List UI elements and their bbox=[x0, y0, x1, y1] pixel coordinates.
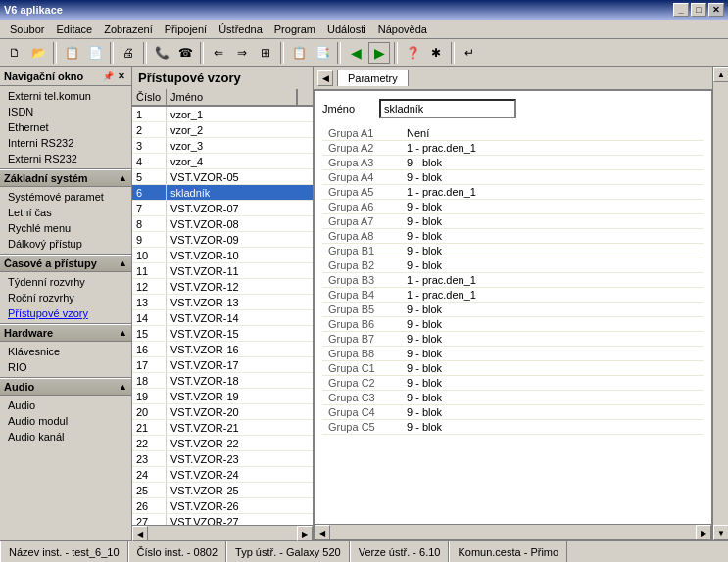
paste-button[interactable]: 📄 bbox=[84, 42, 106, 64]
list-row[interactable]: 24 VST.VZOR-24 bbox=[132, 467, 313, 483]
menu-ustredna[interactable]: Ústředna bbox=[213, 22, 268, 37]
list-row[interactable]: 12 VST.VZOR-12 bbox=[132, 279, 313, 295]
list-rows[interactable]: 1 vzor_1 2 vzor_2 3 vzor_3 4 vzor_4 5 VS… bbox=[132, 107, 313, 525]
list-row[interactable]: 7 VST.VZOR-07 bbox=[132, 201, 313, 216]
list-row[interactable]: 6 skladník bbox=[132, 185, 313, 201]
list-row[interactable]: 21 VST.VZOR-21 bbox=[132, 420, 313, 436]
list-row[interactable]: 9 VST.VZOR-09 bbox=[132, 232, 313, 248]
nav-item-audio[interactable]: Audio bbox=[0, 398, 131, 413]
nav-item-tydenni[interactable]: Týdenní rozvrhy bbox=[0, 274, 131, 290]
list-row[interactable]: 14 VST.VZOR-14 bbox=[132, 310, 313, 326]
tab-parametry[interactable]: Parametry bbox=[337, 70, 409, 86]
menu-udalosti[interactable]: Události bbox=[321, 22, 372, 37]
scroll-right-btn[interactable]: ▶ bbox=[297, 526, 313, 541]
list-row[interactable]: 1 vzor_1 bbox=[132, 107, 313, 122]
nav-item-klavesnice[interactable]: Klávesnice bbox=[0, 344, 131, 359]
detail-table-row[interactable]: Grupa A3 9 - blok bbox=[322, 156, 704, 170]
nav-item-int-rs232[interactable]: Interni RS232 bbox=[0, 135, 131, 151]
detail-table-row[interactable]: Grupa A8 9 - blok bbox=[322, 229, 704, 244]
detail-table-row[interactable]: Grupa A6 9 - blok bbox=[322, 200, 704, 214]
list-row[interactable]: 5 VST.VZOR-05 bbox=[132, 169, 313, 185]
detail-table-row[interactable]: Grupa A5 1 - prac.den_1 bbox=[322, 185, 704, 200]
nav-item-pristupove[interactable]: Přístupové vzory bbox=[0, 305, 131, 321]
detail-table-row[interactable]: Grupa B7 9 - blok bbox=[322, 332, 704, 347]
toolbar-btn-11[interactable]: ✱ bbox=[425, 42, 447, 64]
toolbar-btn-9[interactable]: 📋 bbox=[288, 42, 310, 64]
list-row[interactable]: 20 VST.VZOR-20 bbox=[132, 404, 313, 420]
list-row[interactable]: 17 VST.VZOR-17 bbox=[132, 357, 313, 373]
detail-table-row[interactable]: Grupa A2 1 - prac.den_1 bbox=[322, 141, 704, 156]
copy-button[interactable]: 📋 bbox=[61, 42, 82, 64]
nav-section-hardware[interactable]: Hardware ▲ bbox=[0, 324, 131, 342]
detail-table-row[interactable]: Grupa C1 9 - blok bbox=[322, 361, 704, 376]
toolbar-btn-5[interactable]: ☎ bbox=[174, 42, 196, 64]
nav-item-letni-cas[interactable]: Letní čas bbox=[0, 205, 131, 220]
detail-table-row[interactable]: Grupa B3 1 - prac.den_1 bbox=[322, 273, 704, 288]
nav-item-ext-rs232[interactable]: Externi RS232 bbox=[0, 151, 131, 166]
menu-soubor[interactable]: Soubor bbox=[4, 22, 50, 37]
nav-section-zakladni[interactable]: Základní systém ▲ bbox=[0, 169, 131, 187]
detail-table-row[interactable]: Grupa C2 9 - blok bbox=[322, 376, 704, 391]
list-row[interactable]: 11 VST.VZOR-11 bbox=[132, 263, 313, 279]
maximize-button[interactable]: □ bbox=[691, 3, 706, 17]
detail-table-row[interactable]: Grupa B2 9 - blok bbox=[322, 258, 704, 273]
detail-table-row[interactable]: Grupa B8 9 - blok bbox=[322, 347, 704, 361]
exit-button[interactable]: ↵ bbox=[459, 42, 480, 64]
list-row[interactable]: 26 VST.VZOR-26 bbox=[132, 498, 313, 514]
nav-item-ethernet[interactable]: Ethernet bbox=[0, 119, 131, 135]
list-row[interactable]: 27 VST.VZOR-27 bbox=[132, 514, 313, 525]
detail-table-row[interactable]: Grupa C5 9 - blok bbox=[322, 420, 704, 435]
scroll-up-btn[interactable]: ▲ bbox=[713, 67, 728, 82]
phone-button[interactable]: 📞 bbox=[151, 42, 172, 64]
nav-item-rio[interactable]: RIO bbox=[0, 359, 131, 375]
nav-item-sys-param[interactable]: Systémové paramet bbox=[0, 189, 131, 205]
detail-scroll-left[interactable]: ◀ bbox=[315, 525, 330, 540]
menu-program[interactable]: Program bbox=[268, 22, 321, 37]
toolbar-btn-10[interactable]: 📑 bbox=[312, 42, 333, 64]
list-row[interactable]: 10 VST.VZOR-10 bbox=[132, 248, 313, 263]
name-input[interactable] bbox=[379, 99, 516, 118]
list-row[interactable]: 16 VST.VZOR-16 bbox=[132, 342, 313, 357]
detail-scroll-right[interactable]: ▶ bbox=[696, 525, 711, 540]
list-row[interactable]: 18 VST.VZOR-18 bbox=[132, 373, 313, 389]
list-row[interactable]: 8 VST.VZOR-08 bbox=[132, 216, 313, 232]
list-row[interactable]: 3 vzor_3 bbox=[132, 138, 313, 154]
detail-table-row[interactable]: Grupa C4 9 - blok bbox=[322, 405, 704, 420]
detail-table-row[interactable]: Grupa B4 1 - prac.den_1 bbox=[322, 288, 704, 303]
detail-table-row[interactable]: Grupa B6 9 - blok bbox=[322, 317, 704, 332]
print-button[interactable]: 🖨 bbox=[118, 42, 139, 64]
list-row[interactable]: 19 VST.VZOR-19 bbox=[132, 389, 313, 404]
nav-item-audio-kanal[interactable]: Audio kanál bbox=[0, 429, 131, 445]
detail-table-row[interactable]: Grupa A7 9 - blok bbox=[322, 214, 704, 229]
nav-close-icon[interactable]: ✕ bbox=[116, 70, 127, 82]
menu-pripojeni[interactable]: Připojení bbox=[159, 22, 213, 37]
nav-item-dalkovy[interactable]: Dálkový přístup bbox=[0, 236, 131, 252]
detail-table-row[interactable]: Grupa C3 9 - blok bbox=[322, 391, 704, 405]
close-button[interactable]: ✕ bbox=[708, 3, 724, 17]
menu-editace[interactable]: Editace bbox=[50, 22, 98, 37]
help-button[interactable]: ❓ bbox=[402, 42, 423, 64]
list-row[interactable]: 15 VST.VZOR-15 bbox=[132, 326, 313, 342]
list-row[interactable]: 23 VST.VZOR-23 bbox=[132, 451, 313, 467]
detail-table-row[interactable]: Grupa A4 9 - blok bbox=[322, 170, 704, 185]
toolbar-btn-6[interactable]: ⇐ bbox=[208, 42, 229, 64]
nav-section-casove[interactable]: Časové a přístupy ▲ bbox=[0, 255, 131, 272]
nav-item-rychle-menu[interactable]: Rychlé menu bbox=[0, 220, 131, 236]
toolbar-btn-7[interactable]: ⇒ bbox=[231, 42, 253, 64]
nav-item-audio-modul[interactable]: Audio modul bbox=[0, 413, 131, 429]
scroll-left-btn[interactable]: ◀ bbox=[132, 526, 148, 541]
detail-table-row[interactable]: Grupa A1 Není bbox=[322, 126, 704, 141]
list-row[interactable]: 25 VST.VZOR-25 bbox=[132, 483, 313, 498]
nav-pin-icon[interactable]: 📌 bbox=[102, 70, 114, 82]
forward-button[interactable]: ▶ bbox=[368, 42, 390, 64]
toolbar-btn-8[interactable]: ⊞ bbox=[255, 42, 276, 64]
detail-table-row[interactable]: Grupa B1 9 - blok bbox=[322, 244, 704, 258]
detail-table[interactable]: Grupa A1 Není Grupa A2 1 - prac.den_1 Gr… bbox=[322, 126, 704, 524]
list-row[interactable]: 22 VST.VZOR-22 bbox=[132, 436, 313, 451]
new-button[interactable]: 🗋 bbox=[4, 42, 25, 64]
nav-section-audio[interactable]: Audio ▲ bbox=[0, 378, 131, 396]
detail-nav-left[interactable]: ◀ bbox=[317, 70, 333, 86]
scroll-down-btn[interactable]: ▼ bbox=[713, 525, 728, 540]
detail-table-row[interactable]: Grupa B5 9 - blok bbox=[322, 303, 704, 317]
list-row[interactable]: 4 vzor_4 bbox=[132, 154, 313, 169]
